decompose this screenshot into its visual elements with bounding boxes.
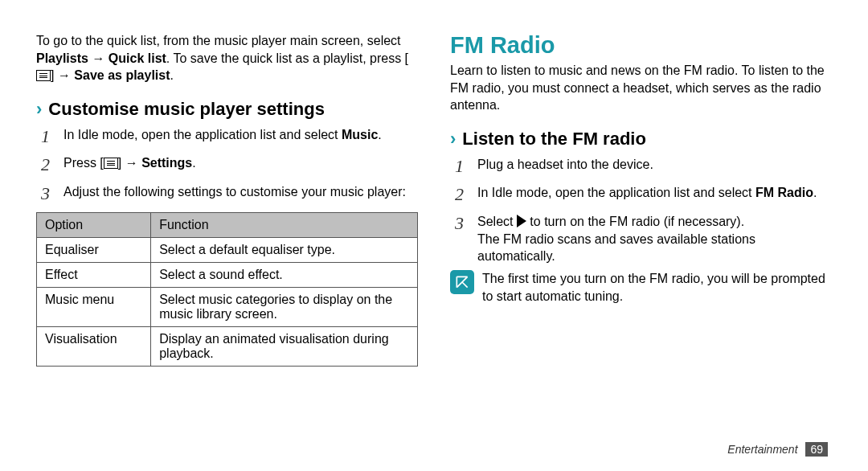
text: to turn on the FM radio (if necessary). [526,215,744,228]
text: In Idle mode, open the application list … [63,128,342,141]
menu-icon [36,70,51,81]
text: Press [ [63,156,104,170]
fm-radio-intro: Learn to listen to music and news on the… [450,62,832,114]
text-bold: Playlists [36,51,88,65]
table-row: Equaliser Select a default equaliser typ… [37,237,418,262]
table-row: Effect Select a sound effect. [37,262,418,287]
heading-text: Listen to the FM radio [462,129,646,149]
quicklist-intro: To go to the quick list, from the music … [36,32,418,84]
note-text: The first time you turn on the FM radio,… [482,270,832,305]
text-bold: FM Radio [755,186,813,199]
table-row: Visualisation Display an animated visual… [37,326,418,366]
step-number: 1 [41,125,63,149]
step-number: 2 [41,153,63,177]
chevron-icon: › [36,99,42,120]
text: . [813,186,817,199]
text: . [192,156,195,170]
step-3: 3 Select to turn on the FM radio (if nec… [455,211,832,265]
right-column: FM Radio Learn to listen to music and ne… [450,32,832,367]
td-function: Select a default equaliser type. [151,237,418,262]
td-option: Effect [37,262,151,287]
step-1: 1 Plug a headset into the device. [455,154,832,178]
th-function: Function [151,212,418,237]
text: ] → [51,68,74,82]
text-bold: Quick list [108,51,166,65]
text: Select [477,215,517,228]
text-bold: Save as playlist [74,68,170,82]
step-2: 2 Press [] → Settings. [41,153,418,177]
text: The FM radio scans and saves available s… [477,232,755,264]
fm-radio-title: FM Radio [450,32,832,59]
chevron-icon: › [450,129,456,149]
step-1: 1 In Idle mode, open the application lis… [41,125,418,149]
text: . [378,128,381,141]
td-option: Visualisation [37,326,151,366]
text-bold: Settings [141,156,192,170]
settings-table: Option Function Equaliser Select a defau… [36,212,418,367]
th-option: Option [37,212,151,237]
text: . To save the quick list as a playlist, … [166,51,408,65]
td-option: Equaliser [37,237,151,262]
customise-heading: › Customise music player settings [36,99,418,120]
footer-page-number: 69 [805,442,828,457]
text: → [88,51,108,65]
note-icon [450,270,474,294]
heading-text: Customise music player settings [48,99,325,120]
step-body: Select to turn on the FM radio (if neces… [477,211,832,265]
text: . [170,68,174,82]
step-body: In Idle mode, open the application list … [477,182,832,207]
step-number: 1 [455,154,477,178]
td-function: Select music categories to display on th… [151,287,418,326]
step-3: 3 Adjust the following settings to custo… [41,182,418,206]
td-function: Select a sound effect. [151,262,418,287]
step-number: 3 [41,182,63,206]
table-row: Music menu Select music categories to di… [37,287,418,326]
text: To go to the quick list, from the music … [36,34,401,47]
customise-steps: 1 In Idle mode, open the application lis… [41,125,418,206]
step-body: Press [] → Settings. [63,153,418,177]
left-column: To go to the quick list, from the music … [36,32,418,367]
step-2: 2 In Idle mode, open the application lis… [455,182,832,207]
step-body: In Idle mode, open the application list … [63,125,418,149]
step-number: 2 [455,182,477,207]
table-header-row: Option Function [37,212,418,237]
play-icon [517,215,526,227]
text-bold: Music [342,128,378,141]
page-footer: Entertainment 69 [727,442,828,457]
step-number: 3 [455,211,477,265]
text: ] → [118,156,141,170]
listen-heading: › Listen to the FM radio [450,129,832,149]
step-body: Adjust the following settings to customi… [63,182,418,206]
text: In Idle mode, open the application list … [477,186,755,199]
note-box: The first time you turn on the FM radio,… [450,270,832,305]
step-body: Plug a headset into the device. [477,154,832,178]
menu-icon [104,158,118,169]
listen-steps: 1 Plug a headset into the device. 2 In I… [455,154,832,265]
td-function: Display an animated visualisation during… [151,326,418,366]
td-option: Music menu [37,287,151,326]
footer-section: Entertainment [727,443,797,456]
